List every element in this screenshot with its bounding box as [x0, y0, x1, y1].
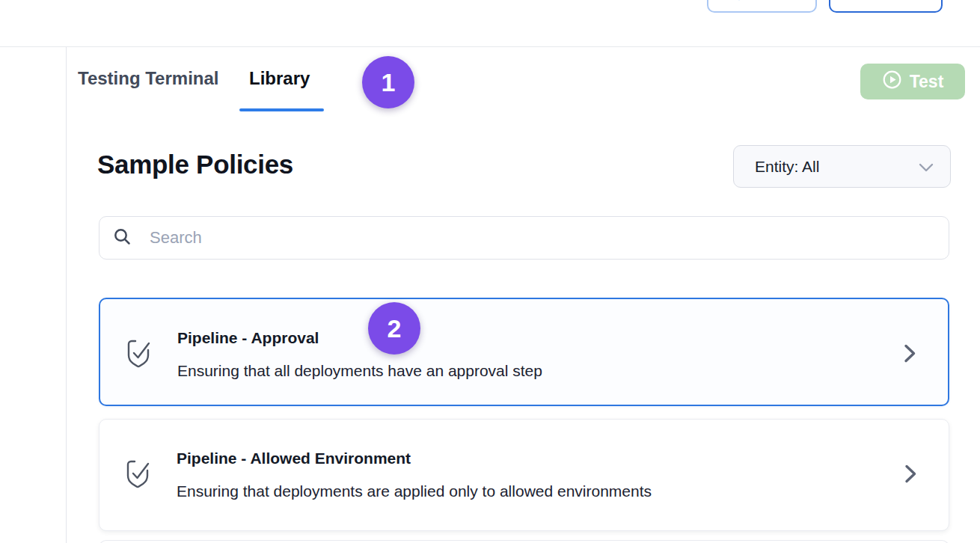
policy-card-approval[interactable]: Pipeline - Approval Ensuring that all de… — [99, 298, 949, 406]
shield-check-icon — [126, 338, 151, 372]
policy-library-screen: Save Discard Testing Terminal Library 1 … — [0, 0, 980, 543]
chevron-right-icon — [904, 343, 916, 366]
policy-title: Pipeline - Approval — [177, 328, 319, 348]
policy-description: Ensuring that deployments are applied on… — [177, 481, 652, 501]
test-button-label: Test — [910, 72, 944, 92]
tab-testing-terminal[interactable]: Testing Terminal — [78, 66, 218, 91]
policy-card-allowed-environment[interactable]: Pipeline - Allowed Environment Ensuring … — [99, 419, 949, 531]
annotation-badge-2: 2 — [368, 302, 420, 355]
search-input[interactable] — [150, 228, 935, 248]
chevron-down-icon — [919, 158, 934, 176]
play-icon — [882, 70, 902, 94]
entity-filter-select[interactable]: Entity: All — [733, 145, 951, 188]
sidebar-divider — [66, 47, 67, 543]
search-icon — [113, 227, 132, 249]
next-policy-card-peek[interactable] — [99, 540, 949, 543]
top-divider — [0, 46, 980, 47]
policy-description: Ensuring that all deployments have an ap… — [177, 361, 542, 381]
test-button[interactable]: Test — [860, 64, 965, 99]
entity-filter-value: Entity: All — [755, 158, 819, 176]
active-tab-underline — [239, 108, 324, 111]
search-box — [99, 216, 949, 260]
plus-icon — [731, 0, 747, 5]
policy-title: Pipeline - Allowed Environment — [177, 448, 411, 468]
shield-check-icon — [125, 458, 150, 493]
chevron-right-icon — [904, 464, 917, 487]
annotation-badge-1: 1 — [362, 56, 414, 108]
tab-library[interactable]: Library — [249, 66, 310, 91]
save-button[interactable]: Save — [707, 0, 817, 13]
discard-button[interactable]: Discard — [829, 0, 943, 13]
discard-button-label: Discard — [856, 0, 916, 4]
save-button-label: Save — [754, 0, 792, 4]
page-title: Sample Policies — [97, 150, 293, 180]
